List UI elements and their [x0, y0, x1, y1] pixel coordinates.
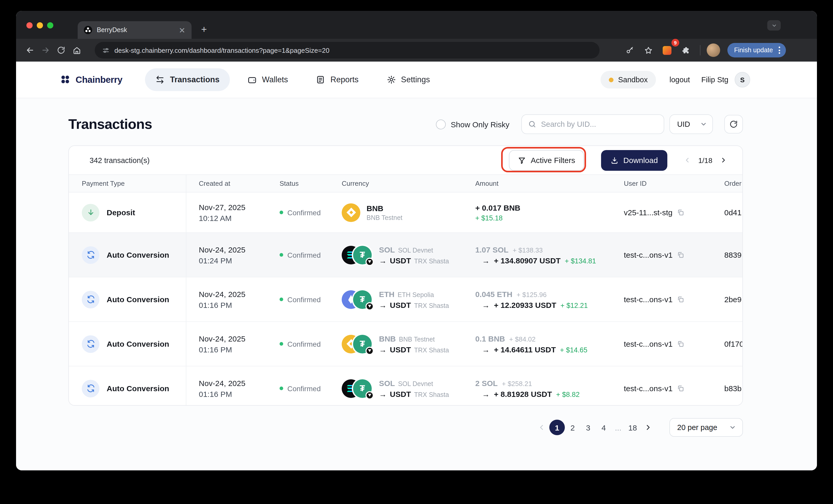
conversion-icons: ₮: [342, 333, 373, 354]
created-at-cell: Nov-24, 202501:16 PM: [186, 379, 280, 398]
page-number-4[interactable]: 4: [596, 420, 612, 435]
status-label: Confirmed: [287, 384, 321, 393]
status-cell: Confirmed: [280, 340, 342, 348]
copy-icon[interactable]: [677, 384, 684, 392]
table-row[interactable]: Auto ConversionNov-24, 202501:16 PMConfi…: [69, 322, 742, 367]
passwords-key-icon[interactable]: [622, 43, 638, 58]
created-time: 01:16 PM: [199, 389, 280, 398]
page-content: Transactions Show Only Risky Search by U…: [16, 98, 817, 470]
search-input[interactable]: Search by UID...: [521, 115, 664, 134]
to-coin-symbol: USDT: [390, 389, 411, 398]
per-page-select[interactable]: 20 per page: [669, 418, 743, 437]
payment-type-label: Auto Conversion: [106, 250, 169, 259]
copy-icon[interactable]: [677, 296, 684, 303]
to-coin-network: TRX Shasta: [414, 302, 449, 309]
url-bar[interactable]: desk-stg.chainberry.com/dashboard/transa…: [95, 42, 599, 58]
extension-icon[interactable]: 9: [660, 43, 675, 58]
profile-avatar[interactable]: [707, 44, 720, 57]
show-only-risky-checkbox[interactable]: [436, 119, 446, 129]
show-only-risky-toggle[interactable]: Show Only Risky: [436, 119, 509, 129]
from-coin-symbol: BNB: [379, 334, 396, 343]
finish-update-button[interactable]: Finish update: [728, 43, 786, 57]
status-cell: Confirmed: [280, 295, 342, 303]
active-filters-button[interactable]: Active Filters: [509, 150, 584, 171]
payment-type-cell: Auto Conversion: [82, 367, 186, 406]
prev-page-chevron-icon[interactable]: [534, 420, 549, 435]
sandbox-dot-icon: [609, 77, 614, 82]
from-coin-symbol: ETH: [379, 289, 395, 298]
status-dot-icon: [280, 386, 283, 390]
page-number-18[interactable]: 18: [625, 420, 640, 435]
home-icon[interactable]: [69, 43, 85, 58]
reload-icon[interactable]: [53, 43, 69, 58]
nav-item-transactions[interactable]: Transactions: [145, 68, 230, 91]
page-number-1[interactable]: 1: [549, 420, 565, 435]
extension-badge: 9: [671, 39, 679, 47]
table-row[interactable]: DepositNov-27, 202510:12 AMConfirmedBNBB…: [69, 193, 742, 233]
payment-type-cell: Deposit: [82, 193, 186, 232]
brand[interactable]: Chainberry: [60, 74, 122, 85]
next-page-chevron-icon[interactable]: [716, 153, 730, 167]
forward-icon[interactable]: [38, 43, 53, 58]
from-amount-usd: + $138.33: [513, 246, 543, 254]
bookmark-star-icon[interactable]: [641, 43, 657, 58]
close-window-button[interactable]: [26, 22, 32, 28]
extensions-puzzle-icon[interactable]: [678, 43, 694, 58]
from-amount: 1.07 SOL: [475, 245, 508, 254]
main-nav: Transactions Wallets Reports Settings: [145, 68, 440, 91]
from-amount: 2 SOL: [475, 379, 498, 387]
status-cell: Confirmed: [280, 384, 342, 393]
user-id: v25-11...st-stg: [624, 208, 672, 217]
payment-type-label: Auto Conversion: [106, 339, 169, 348]
refresh-button[interactable]: [724, 115, 743, 133]
zoom-window-button[interactable]: [47, 22, 53, 28]
table-row[interactable]: Auto ConversionNov-24, 202501:16 PMConfi…: [69, 277, 742, 322]
prev-page-chevron-icon[interactable]: [681, 153, 694, 167]
copy-icon[interactable]: [677, 208, 684, 216]
search-field-select[interactable]: UID: [669, 115, 713, 134]
copy-icon[interactable]: [677, 251, 684, 259]
report-icon: [316, 75, 325, 84]
page-controls: Show Only Risky Search by UID... UID: [436, 115, 743, 134]
search-icon: [528, 120, 537, 128]
table-toolbar: 342 transaction(s) Active Filters Downlo…: [69, 146, 742, 174]
amount-cell: + 0.017 BNB+ $15.18: [475, 203, 624, 222]
logout-link[interactable]: logout: [669, 76, 690, 84]
app-header-right: Sandbox logout Filip Stg S: [600, 71, 750, 89]
url-text: desk-stg.chainberry.com/dashboard/transa…: [114, 46, 330, 54]
table-header: Payment Type Created at Status Currency …: [69, 174, 742, 193]
site-settings-icon[interactable]: [102, 46, 110, 54]
page-number-3[interactable]: 3: [580, 420, 596, 435]
minimize-window-button[interactable]: [37, 22, 43, 28]
from-amount-usd: + $84.02: [509, 335, 536, 343]
browser-menu-kebab-icon[interactable]: [777, 47, 782, 54]
status-dot-icon: [280, 298, 283, 301]
user-avatar[interactable]: S: [735, 72, 750, 87]
chevron-down-icon: [700, 121, 707, 128]
new-tab-button[interactable]: +: [197, 22, 211, 37]
nav-item-wallets[interactable]: Wallets: [237, 68, 299, 91]
next-page-chevron-icon[interactable]: [640, 420, 656, 435]
user-id: test-c...ons-v1: [624, 339, 672, 348]
auto-conversion-icon: [82, 335, 99, 353]
nav-item-settings[interactable]: Settings: [376, 68, 440, 91]
back-icon[interactable]: [22, 43, 38, 58]
to-amount-usd: + $12.21: [561, 301, 588, 309]
nav-item-reports[interactable]: Reports: [306, 68, 369, 91]
table-row[interactable]: Auto ConversionNov-24, 202501:16 PMConfi…: [69, 367, 742, 406]
auto-conversion-icon: [82, 380, 99, 397]
auto-conversion-icon: [82, 246, 99, 263]
payment-type-label: Deposit: [106, 208, 135, 217]
copy-icon[interactable]: [677, 340, 684, 348]
page-number-2[interactable]: 2: [565, 420, 580, 435]
table-row[interactable]: Auto ConversionNov-24, 202501:24 PMConfi…: [69, 233, 742, 277]
browser-tab[interactable]: BerryDesk ✕: [78, 21, 192, 39]
user-id-cell: test-c...ons-v1: [624, 339, 724, 348]
tab-close-icon[interactable]: ✕: [178, 25, 186, 35]
to-amount-usd: + $14.65: [560, 346, 587, 354]
tab-search-chevron-icon[interactable]: [767, 20, 781, 30]
bottom-pagination: 1 2 3 4 ... 18 20 per page: [68, 418, 743, 437]
status-dot-icon: [280, 210, 283, 214]
currency-cell: ₮ETHETH Sepolia→USDTTRX Shasta: [342, 289, 475, 310]
download-button[interactable]: Download: [601, 150, 667, 171]
